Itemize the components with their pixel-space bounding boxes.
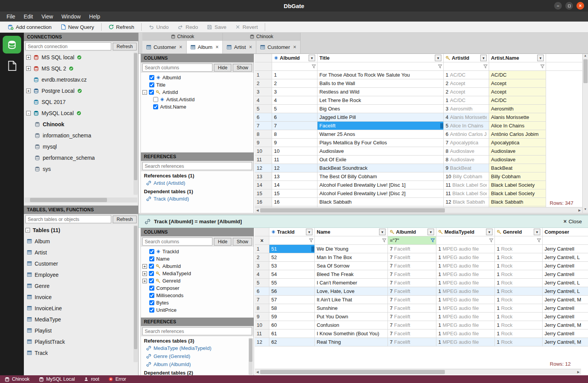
references-search-input[interactable]: [142, 162, 252, 170]
tab-close-icon[interactable]: ×: [293, 44, 296, 50]
grid-cell[interactable]: 7Facelift: [388, 287, 436, 296]
grid-cell[interactable]: 54: [269, 270, 315, 279]
column-toggle-item[interactable]: +MediaTypeId: [141, 270, 254, 277]
column-toggle-item[interactable]: Artist.ArtistId: [141, 96, 254, 103]
nav-connections-button[interactable]: [3, 36, 21, 54]
grid-cell[interactable]: Jerry Cantrell, L: [543, 253, 588, 262]
grid-cell[interactable]: 1Rock: [495, 304, 543, 313]
scrollbar-thumb[interactable]: [249, 339, 252, 362]
row-number[interactable]: 13: [255, 172, 272, 181]
table-item-playlisttrack[interactable]: PlaylistTrack: [24, 336, 138, 347]
tab-close-icon[interactable]: ×: [215, 44, 219, 50]
grid-cell[interactable]: Plays Metallica By Four Cellos: [317, 139, 444, 147]
close-button[interactable]: ×: [576, 2, 584, 10]
column-header-title[interactable]: Title▾: [317, 54, 444, 62]
grid-cell[interactable]: The Best Of Billy Cobham: [317, 172, 444, 181]
grid-cell[interactable]: 3: [272, 88, 317, 96]
filter-icon[interactable]: [438, 64, 442, 69]
column-checkbox[interactable]: [153, 104, 158, 109]
grid-cell[interactable]: 5Alice In Chains: [444, 122, 489, 130]
grid-cell[interactable]: 7Apocalyptica: [444, 139, 489, 147]
row-number[interactable]: 1: [255, 71, 272, 79]
grid-cell[interactable]: BackBeat Soundtrack: [317, 164, 444, 172]
grid-cell[interactable]: 7Facelift: [388, 329, 436, 338]
tab-album[interactable]: Album×: [187, 41, 223, 54]
column-toggle-item[interactable]: Name: [141, 255, 254, 263]
column-toggle-item[interactable]: +AlbumId: [141, 263, 254, 270]
filter-input-composer[interactable]: [545, 237, 588, 244]
reference-link[interactable]: MediaType (MediaTypeId): [141, 344, 254, 352]
row-number[interactable]: 5: [255, 105, 272, 113]
connection-item[interactable]: -MySQL Local: [24, 107, 138, 119]
track-grid-horizontal-scrollbar[interactable]: ◀ ▶: [255, 369, 581, 375]
expand-icon[interactable]: +: [142, 279, 147, 283]
toolbar-revert-button[interactable]: Revert: [231, 23, 262, 32]
grid-cell[interactable]: 60: [269, 321, 315, 329]
grid-cell[interactable]: Jerry Cantrell, M: [543, 321, 588, 329]
grid-cell[interactable]: 3Aerosmith: [444, 105, 489, 113]
grid-cell[interactable]: 13: [272, 172, 317, 181]
grid-cell[interactable]: 7Facelift: [388, 270, 436, 279]
grid-cell[interactable]: Confusion: [315, 321, 388, 329]
filter-input-name[interactable]: [317, 237, 381, 244]
row-number[interactable]: 4: [255, 96, 272, 105]
grid-cell[interactable]: 16: [272, 198, 317, 206]
scrollbar-thumb[interactable]: [260, 370, 445, 374]
grid-cell[interactable]: 1AC/DC: [444, 96, 489, 105]
scroll-up-arrow[interactable]: ▲: [584, 54, 587, 59]
grid-cell[interactable]: Let There Be Rock: [317, 96, 444, 105]
tables-search-input[interactable]: [25, 215, 111, 223]
grid-cell[interactable]: 2: [272, 79, 317, 88]
nav-files-button[interactable]: [7, 60, 17, 71]
row-number[interactable]: 11: [255, 156, 272, 164]
column-header-trackid[interactable]: TrackId▾: [269, 228, 315, 236]
row-number[interactable]: 1: [255, 245, 269, 253]
grid-cell[interactable]: 1MPEG audio file: [436, 313, 495, 321]
grid-cell[interactable]: 1MPEG audio file: [436, 253, 495, 262]
column-menu-dropdown[interactable]: ▾: [306, 229, 312, 235]
grid-cell[interactable]: 4: [272, 96, 317, 105]
grid-cell[interactable]: 7Facelift: [388, 304, 436, 313]
grid-cell[interactable]: 1Rock: [495, 313, 543, 321]
selection-handle[interactable]: [311, 246, 314, 252]
column-menu-dropdown[interactable]: ▾: [480, 55, 487, 61]
grid-cell[interactable]: 55: [269, 279, 315, 287]
scroll-right-arrow[interactable]: ▶: [576, 370, 581, 374]
expand-icon[interactable]: +: [142, 271, 147, 276]
column-checkbox[interactable]: [149, 308, 154, 313]
grid-cell[interactable]: 53: [269, 262, 315, 270]
grid-cell[interactable]: Out Of Exile: [317, 156, 444, 164]
grid-cell[interactable]: 6: [272, 113, 317, 122]
status-database[interactable]: Chinook: [5, 376, 30, 382]
expand-icon[interactable]: +: [26, 89, 31, 93]
grid-cell[interactable]: 11: [272, 156, 317, 164]
grid-cell[interactable]: 2Accept: [444, 79, 489, 88]
grid-cell[interactable]: 61: [269, 329, 315, 338]
grid-cell[interactable]: 58: [269, 304, 315, 313]
grid-cell[interactable]: 9: [272, 139, 317, 147]
table-item-track[interactable]: Track: [24, 347, 138, 358]
expand-icon[interactable]: +: [142, 264, 147, 269]
grid-cell[interactable]: 2Accept: [444, 88, 489, 96]
row-number[interactable]: 2: [255, 79, 272, 88]
hide-button[interactable]: Hide: [214, 238, 231, 246]
grid-cell[interactable]: 1Rock: [495, 287, 543, 296]
collapse-icon[interactable]: -: [142, 90, 147, 95]
filter-input-artistid[interactable]: [446, 63, 482, 70]
tab-customer[interactable]: Customer×: [142, 41, 187, 54]
filter-input-albumid[interactable]: [390, 237, 429, 244]
column-checkbox[interactable]: [149, 256, 154, 261]
row-number[interactable]: 8: [255, 130, 272, 139]
table-item-playlist[interactable]: Playlist: [24, 325, 138, 336]
column-checkbox[interactable]: [149, 264, 154, 269]
grid-cell[interactable]: Audioslave: [489, 156, 546, 164]
grid-cell[interactable]: 1Rock: [495, 279, 543, 287]
grid-cell[interactable]: Jerry Cantrell, L: [543, 287, 588, 296]
grid-cell[interactable]: Facelift: [317, 122, 444, 130]
column-menu-dropdown[interactable]: ▾: [428, 229, 434, 235]
grid-cell[interactable]: Antônio Carlos Jobim: [489, 130, 546, 139]
tab-close-icon[interactable]: ×: [249, 44, 252, 50]
column-toggle-item[interactable]: Artist.Name: [141, 103, 254, 110]
connection-item[interactable]: mysql: [24, 141, 138, 152]
grid-cell[interactable]: 8Audioslave: [444, 147, 489, 156]
